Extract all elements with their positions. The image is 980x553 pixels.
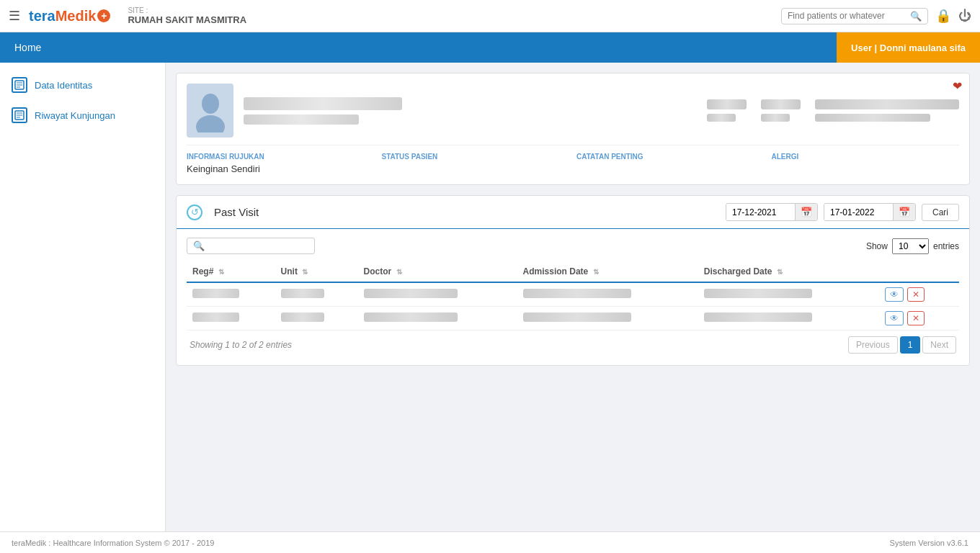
col-unit: Unit ⇅	[275, 261, 358, 282]
footer: teraMedik : Healthcare Information Syste…	[0, 531, 980, 553]
cell-admission-2	[517, 307, 698, 331]
sidebar-item-riwayat-label: Riwayat Kunjungan	[35, 110, 115, 121]
patient-avatar	[187, 84, 233, 138]
svg-point-9	[196, 115, 225, 132]
past-visit-header: ↺ Past Visit 📅 📅 Cari	[177, 196, 969, 229]
data-identitas-icon	[12, 77, 27, 93]
col-admission: Admission Date ⇅	[517, 261, 698, 282]
view-button-2[interactable]: 👁	[885, 311, 904, 325]
cari-button[interactable]: Cari	[922, 204, 959, 221]
cell-unit-2	[275, 307, 358, 331]
admission-sort-icon: ⇅	[593, 268, 599, 276]
extra-blurred-2	[707, 114, 736, 122]
cell-doctor-1	[358, 282, 517, 307]
search-box[interactable]: 🔍	[781, 8, 928, 24]
informasi-rujukan-value: Keinginan Sendiri	[187, 163, 368, 174]
page-1-button[interactable]: 1	[900, 336, 921, 354]
catatan-penting-label: CATATAN PENTING	[576, 153, 757, 161]
entries-label: entries	[933, 241, 959, 251]
cell-reg-2	[187, 307, 275, 331]
power-icon[interactable]: ⏻	[958, 9, 971, 24]
table-row: 👁 ✕	[187, 307, 959, 331]
extra-col-2	[761, 99, 801, 122]
past-visit-card: ↺ Past Visit 📅 📅 Cari	[176, 195, 970, 366]
site-name: RUMAH SAKIT MASMITRA	[128, 14, 246, 25]
table-search-icon: 🔍	[193, 240, 205, 251]
sidebar-item-data-identitas[interactable]: Data Identitas	[0, 70, 165, 100]
show-label: Show	[866, 241, 888, 251]
status-pasien-label: STATUS PASIEN	[382, 153, 563, 161]
navbar: Home User | Donni maulana sifa	[0, 32, 980, 63]
section-status-pasien: STATUS PASIEN	[375, 153, 570, 174]
extra-blurred-5	[815, 99, 959, 109]
table-search-input[interactable]	[208, 241, 308, 251]
cell-discharged-2	[698, 307, 879, 331]
cell-actions-2: 👁 ✕	[879, 307, 959, 331]
date-to-cal-button[interactable]: 📅	[893, 204, 915, 220]
footer-right: System Version v3.6.1	[890, 539, 968, 547]
lock-icon[interactable]: 🔒	[935, 8, 951, 24]
site-info: SITE : RUMAH SAKIT MASMITRA	[128, 6, 246, 25]
patient-meta-blurred	[244, 114, 359, 125]
extra-blurred-6	[815, 114, 930, 122]
showing-text: Showing 1 to 2 of 2 entries	[190, 340, 292, 350]
section-catatan-penting: CATATAN PENTING	[569, 153, 765, 174]
doctor-sort-icon: ⇅	[396, 268, 402, 276]
col-actions	[879, 261, 959, 282]
patient-extra	[707, 99, 959, 122]
extra-col-3	[815, 99, 959, 122]
pagination-row: Showing 1 to 2 of 2 entries Previous 1 N…	[187, 331, 959, 356]
col-discharged: Discharged Date ⇅	[698, 261, 879, 282]
reg-sort-icon: ⇅	[218, 268, 224, 276]
cell-actions-1: 👁 ✕	[879, 282, 959, 307]
cell-reg-1	[187, 282, 275, 307]
view-button-1[interactable]: 👁	[885, 287, 904, 302]
cell-discharged-1	[698, 282, 879, 307]
patient-card-close-icon[interactable]: ❤	[953, 79, 962, 93]
logo-tera-text: tera	[29, 8, 55, 24]
date-to-input[interactable]	[824, 204, 893, 220]
delete-button-1[interactable]: ✕	[907, 287, 925, 302]
table-row: 👁 ✕	[187, 282, 959, 307]
cell-admission-1	[517, 282, 698, 307]
sidebar: Data Identitas Riwayat Kunjungan	[0, 63, 166, 531]
past-visit-icon: ↺	[187, 204, 202, 220]
table-controls: 🔍 Show 10 25 50 100 entries	[187, 238, 959, 254]
date-from-cal-button[interactable]: 📅	[795, 204, 817, 220]
extra-blurred-4	[761, 114, 790, 122]
logo: teraMedik+	[29, 8, 110, 24]
patient-name-blurred	[244, 97, 402, 110]
main-layout: Data Identitas Riwayat Kunjungan ❤	[0, 63, 980, 531]
entries-select[interactable]: 10 25 50 100	[892, 238, 929, 254]
extra-blurred-1	[707, 99, 747, 109]
patient-sections: INFORMASI RUJUKAN Keinginan Sendiri STAT…	[187, 145, 959, 174]
previous-button[interactable]: Previous	[848, 336, 898, 354]
topbar: ☰ teraMedik+ SITE : RUMAH SAKIT MASMITRA…	[0, 0, 980, 32]
pagination: Previous 1 Next	[848, 336, 956, 354]
informasi-rujukan-label: INFORMASI RUJUKAN	[187, 153, 368, 161]
discharged-sort-icon: ⇅	[777, 268, 783, 276]
riwayat-kunjungan-icon	[12, 107, 27, 123]
menu-icon[interactable]: ☰	[9, 8, 20, 24]
date-from-input[interactable]	[726, 204, 795, 220]
delete-button-2[interactable]: ✕	[907, 311, 925, 325]
user-label: User | Donni maulana sifa	[851, 42, 966, 53]
site-label: SITE :	[128, 6, 246, 14]
section-informasi-rujukan: INFORMASI RUJUKAN Keinginan Sendiri	[187, 153, 375, 174]
patient-header	[187, 84, 959, 138]
search-input[interactable]	[788, 11, 910, 21]
patient-card: ❤	[176, 73, 970, 185]
next-button[interactable]: Next	[922, 336, 956, 354]
content: ❤	[166, 63, 980, 531]
topbar-right: 🔍 🔒 ⏻	[781, 8, 971, 24]
extra-blurred-3	[761, 99, 801, 109]
show-entries: Show 10 25 50 100 entries	[866, 238, 959, 254]
sidebar-item-riwayat-kunjungan[interactable]: Riwayat Kunjungan	[0, 100, 165, 130]
extra-col-1	[707, 99, 747, 122]
date-from-wrap: 📅	[726, 203, 818, 221]
col-reg: Reg# ⇅	[187, 261, 275, 282]
logo-plus-icon: +	[97, 9, 110, 22]
table-search-wrap[interactable]: 🔍	[187, 238, 315, 254]
nav-home-button[interactable]: Home	[0, 32, 55, 63]
user-button[interactable]: User | Donni maulana sifa	[837, 32, 980, 63]
